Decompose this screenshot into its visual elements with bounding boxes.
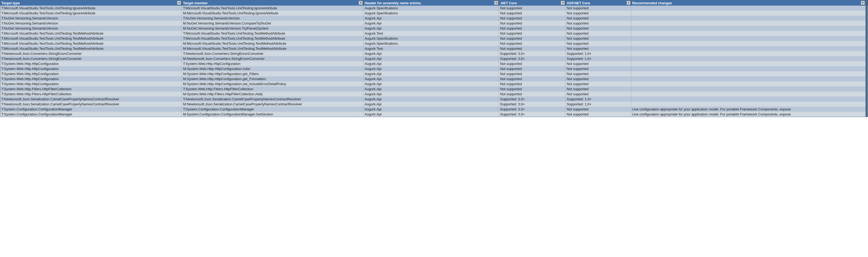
cell-net-core[interactable]: Not supported (499, 71, 565, 76)
cell-assembly[interactable]: Augurk.Api (364, 97, 499, 102)
cell-target-member[interactable]: M:System.Web.Http.HttpConfiguration.get_… (182, 76, 364, 82)
cell-asp-net-core[interactable]: Supported: 1.0+ (565, 56, 631, 61)
table-row[interactable]: T:System.Configuration.ConfigurationMana… (0, 112, 868, 117)
cell-target-member[interactable]: M:Microsoft.VisualStudio.TestTools.UnitT… (182, 41, 364, 46)
cell-asp-net-core[interactable]: Not supported (565, 26, 631, 31)
cell-asp-net-core[interactable]: Not supported (565, 61, 631, 66)
cell-assembly[interactable]: Augurk.Specifications (364, 36, 499, 41)
cell-asp-net-core[interactable]: Not supported (565, 71, 631, 76)
cell-assembly[interactable]: Augurk.Api (364, 71, 499, 76)
cell-net-core[interactable]: Supported: 3.0+ (499, 97, 565, 102)
cell-target-member[interactable]: M:NuGet.Versioning.SemanticVersion.TryPa… (182, 26, 364, 31)
cell-asp-net-core[interactable]: Not supported (565, 41, 631, 46)
cell-net-core[interactable]: Not supported (499, 26, 565, 31)
header-recommended[interactable]: Recommended changes (631, 0, 865, 6)
header-asp-net-core[interactable]: ASP.NET Core (565, 0, 631, 6)
cell-assembly[interactable]: Augurk.Api (364, 66, 499, 71)
cell-recommended[interactable]: Use configuration appropriate for your a… (631, 112, 865, 117)
cell-target-type[interactable]: T:Microsoft.VisualStudio.TestTools.UnitT… (0, 31, 182, 36)
table-row[interactable]: T:Microsoft.VisualStudio.TestTools.UnitT… (0, 11, 868, 16)
cell-recommended[interactable] (631, 46, 865, 51)
cell-assembly[interactable]: Augurk.Specifications (364, 11, 499, 16)
cell-assembly[interactable]: Augurk.Api (364, 76, 499, 82)
cell-asp-net-core[interactable]: Not supported (565, 46, 631, 51)
cell-assembly[interactable]: Augurk.Api (364, 56, 499, 61)
cell-assembly[interactable]: Augurk.Api (364, 26, 499, 31)
cell-recommended[interactable] (631, 31, 865, 36)
table-row[interactable]: T:System.Web.Http.HttpConfigurationM:Sys… (0, 82, 868, 87)
cell-target-type[interactable]: T:NuGet.Versioning.SemanticVersion (0, 16, 182, 21)
cell-target-type[interactable]: T:NuGet.Versioning.SemanticVersion (0, 21, 182, 26)
cell-assembly[interactable]: Augurk.Api (364, 102, 499, 107)
cell-assembly[interactable]: Augurk.Api (364, 87, 499, 92)
cell-asp-net-core[interactable]: Not supported (565, 82, 631, 87)
cell-net-core[interactable]: Not supported (499, 61, 565, 66)
cell-net-core[interactable]: Not supported (499, 21, 565, 26)
filter-dropdown-icon[interactable] (861, 1, 865, 5)
cell-net-core[interactable]: Not supported (499, 11, 565, 16)
filter-dropdown-icon[interactable] (177, 1, 181, 5)
cell-recommended[interactable] (631, 71, 865, 76)
cell-target-type[interactable]: T:System.Web.Http.Filters.HttpFilterColl… (0, 92, 182, 97)
cell-recommended[interactable] (631, 61, 865, 66)
cell-net-core[interactable]: Not supported (499, 16, 565, 21)
cell-asp-net-core[interactable]: Not supported (565, 6, 631, 11)
cell-net-core[interactable]: Not supported (499, 31, 565, 36)
cell-target-type[interactable]: T:Microsoft.VisualStudio.TestTools.UnitT… (0, 6, 182, 11)
cell-assembly[interactable]: Augurk.Api (364, 16, 499, 21)
filter-dropdown-icon[interactable] (561, 1, 565, 5)
cell-net-core[interactable]: Not supported (499, 76, 565, 82)
cell-recommended[interactable] (631, 82, 865, 87)
table-row[interactable]: T:NuGet.Versioning.SemanticVersionT:NuGe… (0, 16, 868, 21)
cell-assembly[interactable]: Augurk.Api (364, 107, 499, 112)
cell-net-core[interactable]: Supported: 3.0+ (499, 112, 565, 117)
cell-asp-net-core[interactable]: Not supported (565, 112, 631, 117)
cell-asp-net-core[interactable]: Not supported (565, 92, 631, 97)
table-row[interactable]: T:Microsoft.VisualStudio.TestTools.UnitT… (0, 36, 868, 41)
cell-target-type[interactable]: T:Microsoft.VisualStudio.TestTools.UnitT… (0, 36, 182, 41)
cell-net-core[interactable]: Not supported (499, 41, 565, 46)
cell-target-member[interactable]: T:Microsoft.VisualStudio.TestTools.UnitT… (182, 6, 364, 11)
cell-recommended[interactable]: Use configuration appropriate for your a… (631, 107, 865, 112)
cell-net-core[interactable]: Not supported (499, 66, 565, 71)
table-row[interactable]: T:System.Web.Http.HttpConfigurationM:Sys… (0, 71, 868, 76)
cell-net-core[interactable]: Supported: 3.0+ (499, 51, 565, 56)
cell-target-member[interactable]: T:NuGet.Versioning.SemanticVersion (182, 16, 364, 21)
table-row[interactable]: T:Microsoft.VisualStudio.TestTools.UnitT… (0, 46, 868, 51)
cell-asp-net-core[interactable]: Not supported (565, 11, 631, 16)
cell-target-type[interactable]: T:NuGet.Versioning.SemanticVersion (0, 26, 182, 31)
table-row[interactable]: T:System.Web.Http.HttpConfigurationM:Sys… (0, 76, 868, 82)
cell-target-type[interactable]: T:Newtonsoft.Json.Converters.StringEnumC… (0, 51, 182, 56)
cell-recommended[interactable] (631, 11, 865, 16)
cell-recommended[interactable] (631, 6, 865, 11)
cell-target-member[interactable]: T:System.Web.Http.HttpConfiguration (182, 61, 364, 66)
cell-target-member[interactable]: M:System.Web.Http.HttpConfiguration.set_… (182, 82, 364, 87)
cell-asp-net-core[interactable]: Not supported (565, 76, 631, 82)
cell-asp-net-core[interactable]: Not supported (565, 87, 631, 92)
cell-assembly[interactable]: Augurk.Api (364, 21, 499, 26)
cell-asp-net-core[interactable]: Not supported (565, 66, 631, 71)
cell-target-member[interactable]: M:Microsoft.VisualStudio.TestTools.UnitT… (182, 46, 364, 51)
cell-target-type[interactable]: T:Newtonsoft.Json.Converters.StringEnumC… (0, 56, 182, 61)
cell-recommended[interactable] (631, 56, 865, 61)
cell-net-core[interactable]: Not supported (499, 87, 565, 92)
cell-target-type[interactable]: T:System.Configuration.ConfigurationMana… (0, 112, 182, 117)
table-row[interactable]: T:Microsoft.VisualStudio.TestTools.UnitT… (0, 31, 868, 36)
cell-target-type[interactable]: T:System.Configuration.ConfigurationMana… (0, 107, 182, 112)
cell-recommended[interactable] (631, 102, 865, 107)
cell-assembly[interactable]: Augurk.Specifications (364, 6, 499, 11)
cell-recommended[interactable] (631, 87, 865, 92)
table-row[interactable]: T:NuGet.Versioning.SemanticVersionM:NuGe… (0, 21, 868, 26)
cell-recommended[interactable] (631, 21, 865, 26)
cell-asp-net-core[interactable]: Not supported (565, 31, 631, 36)
cell-target-member[interactable]: T:System.Web.Http.Filters.HttpFilterColl… (182, 87, 364, 92)
table-row[interactable]: T:Newtonsoft.Json.Converters.StringEnumC… (0, 51, 868, 56)
cell-target-member[interactable]: M:System.Web.Http.HttpConfiguration.#cto… (182, 66, 364, 71)
cell-assembly[interactable]: Augurk.Api (364, 112, 499, 117)
cell-net-core[interactable]: Not supported (499, 92, 565, 97)
cell-target-type[interactable]: T:Newtonsoft.Json.Serialization.CamelCas… (0, 97, 182, 102)
cell-target-member[interactable]: M:System.Web.Http.HttpConfiguration.get_… (182, 71, 364, 76)
cell-assembly[interactable]: Augurk.Specifications (364, 41, 499, 46)
cell-net-core[interactable]: Supported: 3.0+ (499, 107, 565, 112)
table-row[interactable]: T:Microsoft.VisualStudio.TestTools.UnitT… (0, 41, 868, 46)
